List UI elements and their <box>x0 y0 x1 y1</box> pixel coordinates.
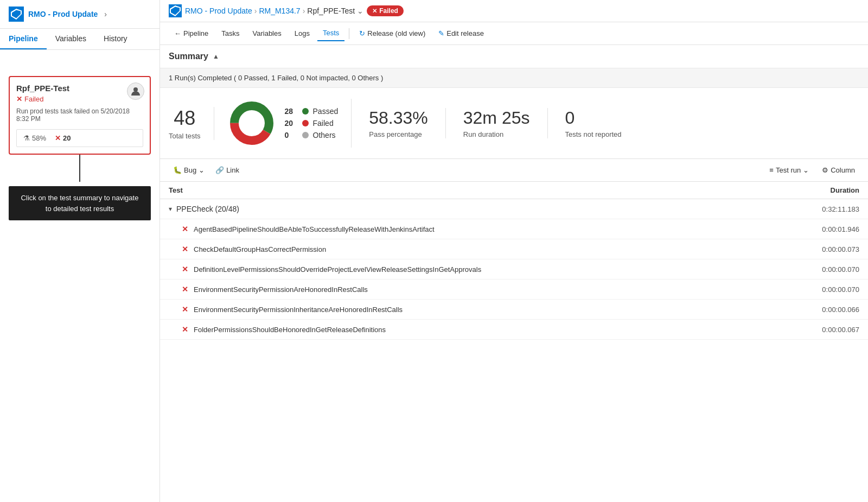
x-icon: ✕ <box>16 95 22 103</box>
test-toolbar-right: ≡ Test run ⌄ ⚙ Column <box>765 163 859 177</box>
summary-section: Summary ▲ <box>160 45 868 68</box>
back-pipeline-button[interactable]: ← Pipeline <box>169 26 214 41</box>
group-name: PPECheck (20/48) <box>176 205 773 213</box>
tooltip-box: Click on the test summary to navigate to… <box>9 186 151 220</box>
column-button[interactable]: ⚙ Column <box>818 163 859 177</box>
failed-dot <box>302 120 309 126</box>
not-reported-number: 0 <box>565 108 622 128</box>
sidebar-content: Rpf_PPE-Test ✕ Failed Run prod tests tas… <box>0 50 159 502</box>
test-run-button[interactable]: ≡ Test run ⌄ <box>765 163 813 177</box>
total-tests-label: Total tests <box>169 132 201 140</box>
test-name: EnvironmentSecurityPermissionInheritance… <box>194 306 773 314</box>
avatar <box>127 82 144 100</box>
test-group-header[interactable]: ▾ PPECheck (20/48) 0:32:11.183 <box>160 199 868 219</box>
not-reported-section: 0 Tests not reported <box>548 108 639 138</box>
breadcrumb-rmo[interactable]: RMO - Prod Update <box>185 7 252 15</box>
bug-button[interactable]: 🐛 Bug ⌄ <box>169 163 209 177</box>
release-old-button[interactable]: ↻ Release (old view) <box>354 26 431 41</box>
edit-release-button[interactable]: ✎ Edit release <box>433 26 489 41</box>
duration-label: Run duration <box>463 130 530 138</box>
main-logo <box>169 4 182 17</box>
link-button[interactable]: 🔗 Link <box>211 163 244 177</box>
others-dot <box>302 132 309 138</box>
bug-icon: 🐛 <box>173 166 182 174</box>
test-duration: 0:00:01.946 <box>773 225 859 233</box>
test-run-chevron-icon: ⌄ <box>803 166 809 174</box>
stage-description: Run prod tests task failed on 5/20/2018 … <box>16 107 143 123</box>
donut-legend: 28 Passed 20 Failed 0 Others <box>285 107 339 139</box>
breadcrumb: RMO - Prod Update › RM_M134.7 › Rpf_PPE-… <box>185 7 363 15</box>
flask-icon: ⚗ <box>23 134 30 142</box>
summary-header[interactable]: Summary ▲ <box>169 45 859 68</box>
group-duration: 0:32:11.183 <box>773 205 859 213</box>
test-duration: 0:00:00.066 <box>773 306 859 314</box>
logs-button[interactable]: Logs <box>289 26 315 41</box>
badge-x-icon: ✕ <box>372 8 377 15</box>
sidebar-header: RMO - Prod Update › <box>0 0 159 29</box>
table-row[interactable]: ✕ FolderPermissionsShouldBeHonoredInGetR… <box>160 320 868 340</box>
fail-icon: ✕ <box>182 305 188 314</box>
table-row[interactable]: ✕ EnvironmentSecurityPermissionInheritan… <box>160 300 868 320</box>
fail-stat: ✕ 20 <box>55 134 71 142</box>
sidebar-chevron-icon: › <box>104 10 107 18</box>
others-legend: 0 Others <box>285 131 339 139</box>
failed-legend: 20 Failed <box>285 119 339 128</box>
table-row[interactable]: ✕ EnvironmentSecurityPermissionAreHonore… <box>160 279 868 300</box>
toolbar-divider <box>349 28 349 39</box>
pass-percentage-number: 58.33% <box>369 108 428 128</box>
summary-title: Summary <box>169 52 208 61</box>
test-toolbar: 🐛 Bug ⌄ 🔗 Link ≡ Test run ⌄ ⚙ Column <box>160 159 868 182</box>
test-duration: 0:00:00.067 <box>773 326 859 334</box>
sidebar-tabs: Pipeline Variables History <box>0 29 159 50</box>
test-name: FolderPermissionsShouldBeHonoredInGetRel… <box>194 326 773 334</box>
column-icon: ⚙ <box>822 166 828 174</box>
summary-chevron-icon: ▲ <box>213 53 219 60</box>
stage-stats: ⚗ 58% ✕ 20 <box>16 129 143 147</box>
fail-x-icon: ✕ <box>55 134 61 142</box>
run-info-bar: 1 Run(s) Completed ( 0 Passed, 1 Failed,… <box>160 68 868 88</box>
variables-button[interactable]: Variables <box>247 26 287 41</box>
fail-icon: ✕ <box>182 265 188 274</box>
duration-section: 32m 25s Run duration <box>446 108 548 138</box>
top-nav: RMO - Prod Update › RM_M134.7 › Rpf_PPE-… <box>160 0 868 22</box>
failed-badge: ✕ Failed <box>367 5 404 16</box>
breadcrumb-dropdown-icon[interactable]: ⌄ <box>357 7 363 15</box>
passed-legend: 28 Passed <box>285 107 339 116</box>
fail-icon: ✕ <box>182 225 188 233</box>
duration-number: 32m 25s <box>463 108 530 128</box>
test-table: Test Duration ▾ PPECheck (20/48) 0:32:11… <box>160 182 868 502</box>
fail-icon: ✕ <box>182 325 188 334</box>
link-icon: 🔗 <box>215 166 224 174</box>
sidebar-tab-pipeline[interactable]: Pipeline <box>0 29 47 49</box>
toolbar: ← Pipeline Tasks Variables Logs Tests ↻ … <box>160 22 868 45</box>
bug-chevron-icon: ⌄ <box>199 166 205 174</box>
total-tests: 48 Total tests <box>169 107 214 140</box>
stage-card[interactable]: Rpf_PPE-Test ✕ Failed Run prod tests tas… <box>9 76 151 155</box>
fail-icon: ✕ <box>182 245 188 253</box>
breadcrumb-rm[interactable]: RM_M134.7 <box>259 7 300 15</box>
test-duration: 0:00:00.073 <box>773 245 859 253</box>
tests-button[interactable]: Tests <box>317 26 344 41</box>
refresh-icon: ↻ <box>359 29 365 37</box>
test-name: EnvironmentSecurityPermissionAreHonoredI… <box>194 285 773 294</box>
sidebar-tab-history[interactable]: History <box>95 29 136 49</box>
test-name: AgentBasedPipelineShouldBeAbleToSuccessf… <box>194 225 773 233</box>
connector-line <box>79 155 80 182</box>
pass-percentage-section: 58.33% Pass percentage <box>352 108 446 138</box>
breadcrumb-current: Rpf_PPE-Test <box>307 7 355 15</box>
table-row[interactable]: ✕ AgentBasedPipelineShouldBeAbleToSucces… <box>160 219 868 239</box>
sidebar-pipeline-title[interactable]: RMO - Prod Update <box>28 10 98 18</box>
sidebar-tab-variables[interactable]: Variables <box>47 29 95 49</box>
tasks-button[interactable]: Tasks <box>216 26 245 41</box>
col-duration-header: Duration <box>773 186 859 194</box>
col-test-header: Test <box>169 186 773 194</box>
passed-dot <box>302 108 309 115</box>
test-group: ▾ PPECheck (20/48) 0:32:11.183 ✕ AgentBa… <box>160 199 868 340</box>
table-row[interactable]: ✕ DefinitionLevelPermissionsShouldOverri… <box>160 259 868 279</box>
group-chevron-icon: ▾ <box>169 205 172 213</box>
donut-section: 28 Passed 20 Failed 0 Others <box>214 99 352 148</box>
test-name: DefinitionLevelPermissionsShouldOverride… <box>194 265 773 274</box>
table-row[interactable]: ✕ CheckDefaultGroupHasCorrectPermission … <box>160 239 868 259</box>
test-duration: 0:00:00.070 <box>773 265 859 274</box>
test-toolbar-left: 🐛 Bug ⌄ 🔗 Link <box>169 163 244 177</box>
